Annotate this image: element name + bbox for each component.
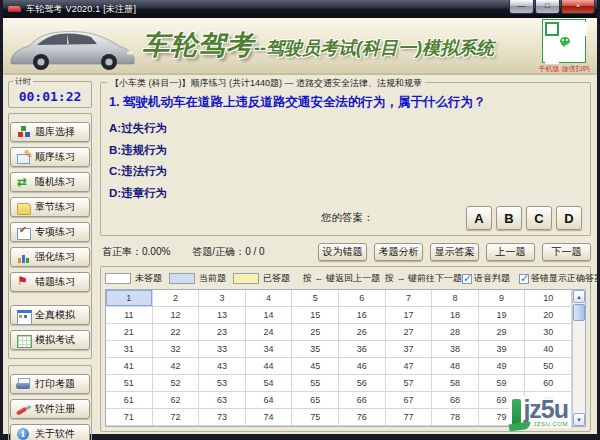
prev-button[interactable]: 上一题 — [486, 243, 535, 261]
checkbox-voice-judge[interactable]: 语音判题 — [462, 272, 510, 285]
question-cell-2[interactable]: 2 — [153, 290, 200, 307]
question-cell-65[interactable]: 65 — [292, 392, 339, 409]
question-cell-55[interactable]: 55 — [292, 375, 339, 392]
question-cell-40[interactable]: 40 — [525, 341, 572, 358]
option-B[interactable]: B:违规行为 — [109, 140, 582, 162]
sidebar-button-cubes[interactable]: 题库选择 — [10, 122, 90, 142]
question-cell-45[interactable]: 45 — [292, 358, 339, 375]
sidebar-button-calendar[interactable]: 全真模拟 — [10, 305, 90, 325]
question-cell-78[interactable]: 78 — [432, 409, 479, 426]
option-A[interactable]: A:过失行为 — [109, 118, 582, 140]
question-cell-21[interactable]: 21 — [106, 324, 153, 341]
question-cell-52[interactable]: 52 — [153, 375, 200, 392]
title-bar[interactable]: 车轮驾考 V2020.1 [未注册] —□× — [3, 0, 597, 18]
question-cell-35[interactable]: 35 — [292, 341, 339, 358]
sidebar-button-checkwin[interactable]: 专项练习 — [10, 222, 90, 242]
question-cell-13[interactable]: 13 — [199, 307, 246, 324]
mark-wrong-button[interactable]: 设为错题 — [318, 243, 367, 261]
question-cell-46[interactable]: 46 — [339, 358, 386, 375]
question-cell-34[interactable]: 34 — [246, 341, 293, 358]
question-cell-51[interactable]: 51 — [106, 375, 153, 392]
question-cell-31[interactable]: 31 — [106, 341, 153, 358]
question-cell-33[interactable]: 33 — [199, 341, 246, 358]
question-cell-42[interactable]: 42 — [153, 358, 200, 375]
question-cell-28[interactable]: 28 — [432, 324, 479, 341]
option-D[interactable]: D:违章行为 — [109, 183, 582, 205]
close-button[interactable]: × — [561, 0, 595, 14]
question-cell-18[interactable]: 18 — [432, 307, 479, 324]
checkbox-box[interactable] — [519, 274, 529, 284]
sidebar-button-shuffle[interactable]: 随机练习 — [10, 172, 90, 192]
question-cell-8[interactable]: 8 — [432, 290, 479, 307]
question-cell-1[interactable]: 1 — [106, 290, 153, 307]
checkbox-show-correct-on-wrong[interactable]: 答错显示正确答案 — [519, 272, 600, 285]
question-cell-10[interactable]: 10 — [525, 290, 572, 307]
question-cell-36[interactable]: 36 — [339, 341, 386, 358]
question-cell-7[interactable]: 7 — [386, 290, 433, 307]
question-cell-29[interactable]: 29 — [479, 324, 526, 341]
question-cell-63[interactable]: 63 — [199, 392, 246, 409]
sidebar-button-info[interactable]: 关于软件 — [10, 424, 90, 440]
question-cell-54[interactable]: 54 — [246, 375, 293, 392]
question-cell-12[interactable]: 12 — [153, 307, 200, 324]
question-cell-44[interactable]: 44 — [246, 358, 293, 375]
question-cell-32[interactable]: 32 — [153, 341, 200, 358]
question-cell-3[interactable]: 3 — [199, 290, 246, 307]
question-cell-26[interactable]: 26 — [339, 324, 386, 341]
question-cell-30[interactable]: 30 — [525, 324, 572, 341]
question-cell-50[interactable]: 50 — [525, 358, 572, 375]
question-cell-20[interactable]: 20 — [525, 307, 572, 324]
question-cell-43[interactable]: 43 — [199, 358, 246, 375]
question-cell-14[interactable]: 14 — [246, 307, 293, 324]
question-cell-59[interactable]: 59 — [479, 375, 526, 392]
question-cell-27[interactable]: 27 — [386, 324, 433, 341]
question-cell-68[interactable]: 68 — [432, 392, 479, 409]
question-cell-25[interactable]: 25 — [292, 324, 339, 341]
answer-button-A[interactable]: A — [466, 206, 492, 230]
grid-scrollbar[interactable]: ▲ ▼ — [572, 290, 585, 426]
question-cell-67[interactable]: 67 — [386, 392, 433, 409]
question-cell-38[interactable]: 38 — [432, 341, 479, 358]
minimize-button[interactable]: — — [509, 0, 534, 14]
question-cell-76[interactable]: 76 — [339, 409, 386, 426]
question-cell-23[interactable]: 23 — [199, 324, 246, 341]
analysis-button[interactable]: 考题分析 — [374, 243, 423, 261]
sidebar-button-flag[interactable]: 错题练习 — [10, 272, 90, 292]
scroll-up-icon[interactable]: ▲ — [573, 290, 585, 303]
question-cell-49[interactable]: 49 — [479, 358, 526, 375]
question-cell-56[interactable]: 56 — [339, 375, 386, 392]
question-cell-5[interactable]: 5 — [292, 290, 339, 307]
question-cell-57[interactable]: 57 — [386, 375, 433, 392]
scroll-thumb[interactable] — [573, 304, 585, 321]
show-answer-button[interactable]: 显示答案 — [430, 243, 479, 261]
answer-button-D[interactable]: D — [556, 206, 582, 230]
next-button[interactable]: 下一题 — [542, 243, 591, 261]
sidebar-button-note[interactable]: 章节练习 — [10, 197, 90, 217]
maximize-button[interactable]: □ — [535, 0, 560, 14]
question-cell-47[interactable]: 47 — [386, 358, 433, 375]
question-cell-11[interactable]: 11 — [106, 307, 153, 324]
question-cell-17[interactable]: 17 — [386, 307, 433, 324]
question-cell-74[interactable]: 74 — [246, 409, 293, 426]
sidebar-button-register[interactable]: 软件注册 — [10, 399, 90, 419]
question-cell-6[interactable]: 6 — [339, 290, 386, 307]
question-cell-19[interactable]: 19 — [479, 307, 526, 324]
question-cell-71[interactable]: 71 — [106, 409, 153, 426]
question-cell-37[interactable]: 37 — [386, 341, 433, 358]
question-cell-72[interactable]: 72 — [153, 409, 200, 426]
question-cell-77[interactable]: 77 — [386, 409, 433, 426]
answer-button-B[interactable]: B — [496, 206, 522, 230]
scroll-down-icon[interactable]: ▼ — [573, 413, 585, 426]
sidebar-button-printer[interactable]: 打印考题 — [10, 374, 90, 394]
option-C[interactable]: C:违法行为 — [109, 161, 582, 183]
question-cell-75[interactable]: 75 — [292, 409, 339, 426]
question-cell-22[interactable]: 22 — [153, 324, 200, 341]
sidebar-button-exam[interactable]: 模拟考试 — [10, 330, 90, 350]
question-cell-4[interactable]: 4 — [246, 290, 293, 307]
question-cell-53[interactable]: 53 — [199, 375, 246, 392]
question-cell-41[interactable]: 41 — [106, 358, 153, 375]
question-cell-73[interactable]: 73 — [199, 409, 246, 426]
question-cell-58[interactable]: 58 — [432, 375, 479, 392]
answer-button-C[interactable]: C — [526, 206, 552, 230]
question-cell-61[interactable]: 61 — [106, 392, 153, 409]
